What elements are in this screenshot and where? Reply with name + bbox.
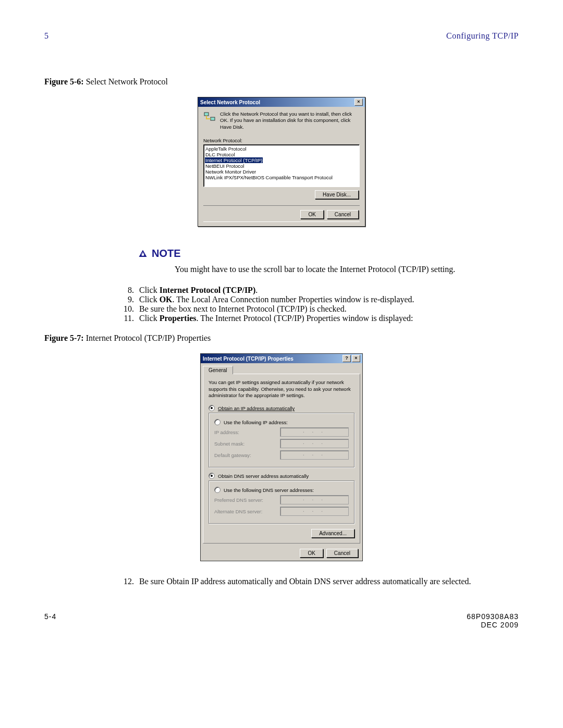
radio-use-following-dns[interactable]: Use the following DNS server addresses: <box>214 487 349 493</box>
instruction-steps: 8.Click Internet Protocol (TCP/IP). 9.Cl… <box>117 286 519 323</box>
close-icon[interactable]: × <box>352 355 360 362</box>
tab-general[interactable]: General <box>203 366 233 374</box>
note-text: You might have to use the scroll bar to … <box>175 264 519 275</box>
figure-label: Figure 5-7: <box>44 334 84 342</box>
list-item[interactable]: DLC Protocol <box>205 152 358 157</box>
list-item[interactable]: NWLink IPX/SPX/NetBIOS Compatible Transp… <box>205 175 358 180</box>
advanced-button[interactable]: Advanced... <box>311 529 354 538</box>
ip-address-label: IP address: <box>214 429 239 435</box>
dialog-title: Select Network Protocol <box>200 100 260 105</box>
radio-icon <box>214 419 221 425</box>
section-title: Configuring TCP/IP <box>446 31 519 41</box>
cancel-button[interactable]: Cancel <box>327 210 359 219</box>
svg-rect-3 <box>142 252 143 253</box>
radio-icon <box>214 487 221 493</box>
listbox-label: Network Protocol: <box>203 138 360 143</box>
ip-address-field[interactable]: . . . <box>280 427 349 437</box>
doc-date: DEC 2009 <box>467 621 519 629</box>
alternate-dns-label: Alternate DNS server: <box>214 509 262 514</box>
list-item[interactable]: AppleTalk Protocol <box>205 146 358 152</box>
have-disk-button[interactable]: Have Disk... <box>315 190 359 199</box>
subnet-mask-label: Subnet mask: <box>214 441 244 447</box>
preferred-dns-field[interactable]: . . . <box>280 495 349 504</box>
list-item-selected[interactable]: Internet Protocol (TCP/IP) <box>205 157 263 163</box>
dialog-description: You can get IP settings assigned automat… <box>209 379 354 399</box>
titlebar[interactable]: Select Network Protocol × <box>198 97 365 107</box>
note-label: NOTE <box>152 248 181 260</box>
svg-rect-0 <box>204 113 209 116</box>
ok-button[interactable]: OK <box>300 210 323 219</box>
note-block: NOTE You might have to use the scroll ba… <box>138 248 519 275</box>
tcpip-properties-dialog: Internet Protocol (TCP/IP) Properties ? … <box>200 353 363 561</box>
alternate-dns-field[interactable]: . . . <box>280 507 349 516</box>
list-item[interactable]: NetBEUI Protocol <box>205 163 358 169</box>
preferred-dns-label: Preferred DNS server: <box>214 497 263 503</box>
doc-id: 68P09308A83 <box>467 612 519 621</box>
radio-obtain-dns-auto[interactable]: Obtain DNS server address automatically <box>209 473 354 479</box>
page-footer: 5-4 68P09308A83 DEC 2009 <box>44 612 519 629</box>
cancel-button[interactable]: Cancel <box>326 549 358 558</box>
step-12: 12.Be sure Obtain IP address automatical… <box>117 577 519 586</box>
note-icon <box>138 249 148 258</box>
radio-use-following-ip[interactable]: Use the following IP address: <box>214 419 349 425</box>
radio-obtain-ip-auto[interactable]: Obtain an IP address automatically <box>209 405 354 411</box>
figure-label: Figure 5-6: <box>44 77 84 86</box>
subnet-mask-field[interactable]: . . . <box>280 439 349 448</box>
default-gateway-field[interactable]: . . . <box>280 450 349 460</box>
chapter-number: 5 <box>44 31 48 41</box>
titlebar[interactable]: Internet Protocol (TCP/IP) Properties ? … <box>201 354 362 363</box>
help-icon[interactable]: ? <box>342 355 351 362</box>
figure-title: Internet Protocol (TCP/IP) Properties <box>84 334 211 342</box>
radio-icon <box>209 473 215 479</box>
page-header: 5 Configuring TCP/IP <box>44 31 519 41</box>
default-gateway-label: Default gateway: <box>214 452 251 458</box>
list-item[interactable]: Network Monitor Driver <box>205 169 358 175</box>
network-icon <box>203 111 216 124</box>
figure-title: Select Network Protocol <box>84 77 168 86</box>
select-network-protocol-dialog: Select Network Protocol × Click the Netw… <box>198 97 365 227</box>
svg-rect-1 <box>211 117 215 120</box>
ok-button[interactable]: OK <box>300 549 323 558</box>
protocol-listbox[interactable]: AppleTalk Protocol DLC Protocol Internet… <box>203 144 360 187</box>
svg-rect-2 <box>142 253 144 256</box>
close-icon[interactable]: × <box>354 98 363 106</box>
dialog-title: Internet Protocol (TCP/IP) Properties <box>203 356 293 362</box>
figure-5-7-caption: Figure 5-7: Internet Protocol (TCP/IP) P… <box>44 334 519 343</box>
radio-icon <box>209 405 215 411</box>
dialog-info-text: Click the Network Protocol that you want… <box>220 111 360 130</box>
page-number: 5-4 <box>44 612 56 629</box>
figure-5-6-caption: Figure 5-6: Select Network Protocol <box>44 77 519 87</box>
